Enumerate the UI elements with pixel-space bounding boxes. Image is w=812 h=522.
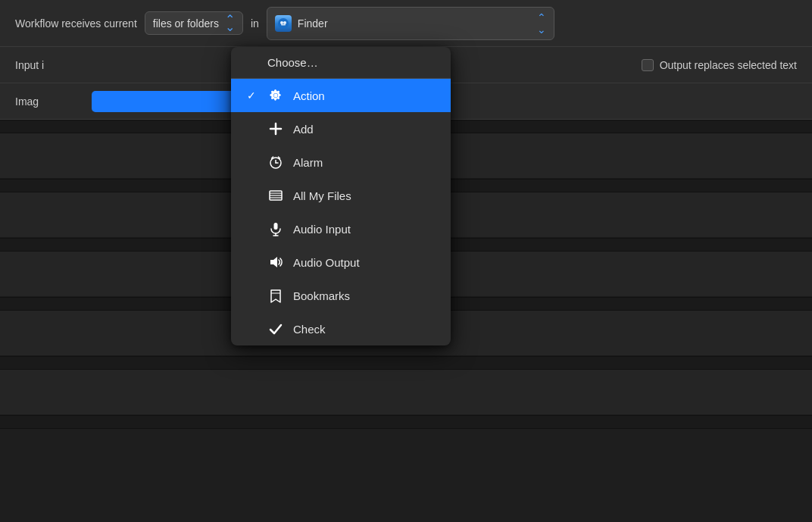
audio-output-label: Audio Output [293,256,360,269]
action-label: Action [293,89,325,102]
speaker-icon [267,254,284,270]
image-dropdown[interactable] [92,91,243,112]
menu-item-audio-input[interactable]: Audio Input [231,212,451,245]
svg-marker-18 [270,257,277,267]
menu-item-action[interactable]: ✓ Action [231,79,451,112]
output-replaces-checkbox[interactable] [642,59,654,71]
action-check: ✓ [245,89,258,102]
finder-chevron-icon: ⌃⌄ [537,11,546,36]
finder-dropdown[interactable]: Finder ⌃⌄ [267,7,554,40]
bookmarks-book-icon [267,287,284,304]
add-label: Add [293,123,314,136]
files-dropdown[interactable]: files or folders ⌃⌄ [145,11,243,35]
alarm-clock-icon [267,154,284,170]
microphone-icon [267,220,284,237]
dropdown-menu: Choose… ✓ Action Add [231,47,451,345]
action-gear-icon [267,87,284,104]
choose-label: Choose… [267,56,318,69]
checkmark-icon [267,320,284,337]
image-label: Imag [15,95,39,108]
output-replaces-label: Output replaces selected text [660,59,797,71]
audio-input-label: Audio Input [293,223,351,236]
divider-6 [0,415,812,429]
checkbox-area: Output replaces selected text [642,59,797,71]
menu-item-choose[interactable]: Choose… [231,47,451,79]
all-my-files-label: All My Files [293,189,351,202]
all-my-files-icon [267,187,284,204]
check-label: Check [293,323,326,336]
menu-item-add[interactable]: Add [231,112,451,145]
menu-item-audio-output[interactable]: Audio Output [231,245,451,279]
finder-label: Finder [298,17,328,30]
input-label: Input i [15,59,44,71]
menu-item-alarm[interactable]: Alarm [231,145,451,179]
workflow-label: Workflow receives current [15,17,137,30]
content-row-5 [0,370,812,415]
alarm-label: Alarm [293,156,323,169]
svg-rect-3 [281,24,286,26]
chevron-icon: ⌃⌄ [225,16,235,30]
svg-point-0 [278,18,289,29]
add-plus-icon [267,120,284,137]
files-dropdown-value: files or folders [153,17,219,30]
divider-5 [0,356,812,370]
in-label: in [251,17,259,30]
svg-point-2 [283,21,286,24]
menu-item-all-my-files[interactable]: All My Files [231,179,451,212]
svg-point-1 [280,21,283,24]
finder-icon [275,15,292,32]
bookmarks-label: Bookmarks [293,289,350,302]
svg-rect-15 [274,223,278,230]
top-bar: Workflow receives current files or folde… [0,0,812,47]
menu-item-bookmarks[interactable]: Bookmarks [231,279,451,312]
menu-item-check[interactable]: Check [231,312,451,345]
